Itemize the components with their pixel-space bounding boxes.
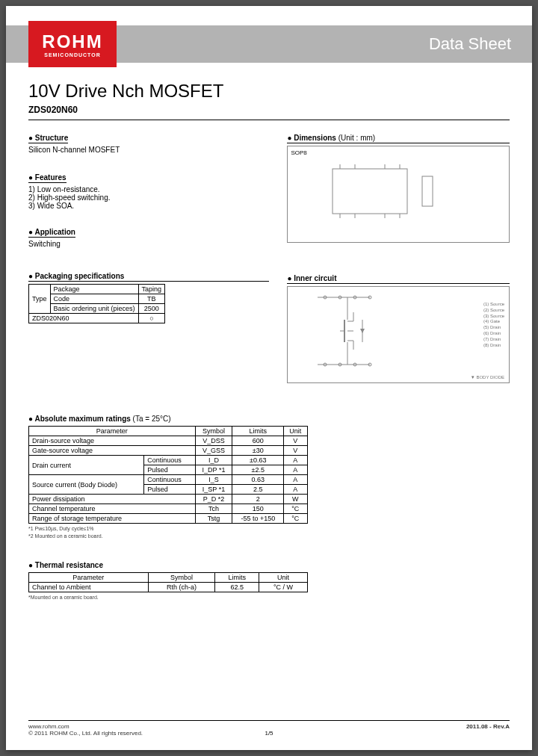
thermal-table: Parameter Symbol Limits Unit Channel to … bbox=[28, 572, 308, 592]
pack-bou-val: 2500 bbox=[138, 304, 165, 314]
content-area: 10V Drive Nch MOSFET ZDS020N60 ● Structu… bbox=[28, 81, 510, 713]
pack-code-label: Code bbox=[50, 294, 138, 304]
part-number: ZDS020N60 bbox=[28, 105, 510, 115]
footer-rev: 2011.08 - Rev.A bbox=[466, 723, 510, 737]
pack-package-label: Package bbox=[50, 285, 138, 294]
feature-item: 1) Low on-resistance. bbox=[28, 185, 269, 193]
structure-head: ● Structure bbox=[28, 134, 68, 143]
dimensions-head: ● Dimensions (Unit : mm) bbox=[287, 134, 510, 143]
amr-table: Parameter Symbol Limits Unit Drain-sourc… bbox=[28, 426, 308, 524]
inner-circuit-diagram: (1) Source (2) Source (3) Source (4) Gat… bbox=[287, 286, 510, 383]
pin-legend: (1) Source (2) Source (3) Source (4) Gat… bbox=[483, 302, 504, 348]
amr-note2: *2 Mounted on a ceramic board. bbox=[28, 533, 510, 539]
features-head: ● Features bbox=[28, 173, 67, 183]
pack-mark: ○ bbox=[138, 314, 165, 323]
thermal-head: ● Thermal resistance bbox=[28, 561, 103, 570]
title-divider bbox=[28, 120, 510, 120]
structure-text: Silicon N-channel MOSFET bbox=[28, 146, 269, 154]
pack-package-val: Taping bbox=[138, 285, 165, 294]
pack-bou-label: Basic ordering unit (pieces) bbox=[50, 304, 138, 314]
pack-type-label: Type bbox=[29, 285, 51, 314]
package-outline-icon bbox=[303, 154, 452, 236]
features-list: 1) Low on-resistance. 2) High-speed swit… bbox=[28, 185, 269, 210]
footer-copyright: © 2011 ROHM Co., Ltd. All rights reserve… bbox=[28, 730, 143, 737]
svg-marker-30 bbox=[360, 329, 365, 333]
mosfet-schematic-icon bbox=[295, 290, 445, 372]
inner-circuit-head: ● Inner circuit bbox=[287, 274, 510, 284]
dimensions-diagram: SOP8 bbox=[287, 146, 510, 243]
footer-page: 1/5 bbox=[265, 730, 273, 737]
svg-rect-0 bbox=[333, 169, 407, 214]
footer-url: www.rohm.com bbox=[28, 723, 143, 730]
svg-rect-9 bbox=[422, 176, 433, 206]
thermal-note: *Mounted on a ceramic board. bbox=[28, 595, 510, 600]
pack-part: ZDS020N60 bbox=[29, 314, 139, 323]
packaging-head: ● Packaging specifications bbox=[28, 272, 269, 282]
packaging-table: Type Package Taping Code TB Basic orderi… bbox=[28, 284, 165, 323]
body-diode-label: ▼ BODY DIODE bbox=[471, 375, 504, 379]
pack-code-val: TB bbox=[138, 294, 165, 304]
amr-head: ● Absolute maximum ratings (Ta = 25°C) bbox=[28, 415, 171, 424]
logo-brand: ROHM bbox=[42, 31, 102, 52]
amr-note1: *1 Pw≤10µs, Duty cycle≤1% bbox=[28, 526, 510, 531]
page-title: 10V Drive Nch MOSFET bbox=[28, 81, 510, 102]
feature-item: 2) High-speed switching. bbox=[28, 193, 269, 202]
rohm-logo: ROHM SEMICONDUCTOR bbox=[28, 21, 117, 67]
datasheet-page: Data Sheet ROHM SEMICONDUCTOR 10V Drive … bbox=[6, 6, 532, 750]
application-head: ● Application bbox=[28, 228, 75, 238]
datasheet-label: Data Sheet bbox=[429, 34, 511, 54]
application-text: Switching bbox=[28, 240, 269, 248]
logo-tagline: SEMICONDUCTOR bbox=[44, 52, 100, 58]
feature-item: 3) Wide SOA. bbox=[28, 202, 269, 210]
